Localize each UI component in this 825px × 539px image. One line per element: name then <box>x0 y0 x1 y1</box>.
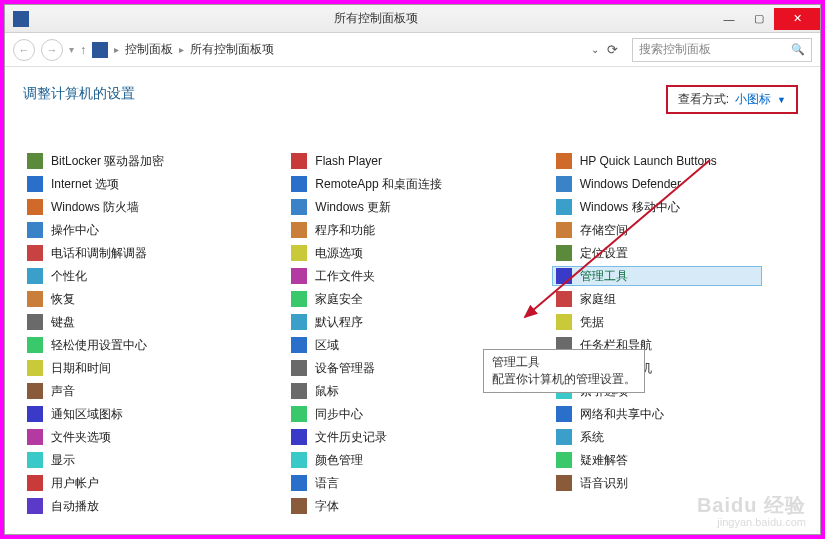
cp-item-display[interactable]: 显示 <box>23 450 269 470</box>
item-label: 设备管理器 <box>315 360 375 377</box>
cp-item-recovery[interactable]: 恢复 <box>23 289 269 309</box>
view-by-selector[interactable]: 查看方式: 小图标 ▼ <box>666 85 798 114</box>
history-dropdown-icon[interactable]: ▾ <box>69 44 74 55</box>
mouse-icon <box>291 383 307 399</box>
item-label: 管理工具 <box>580 268 628 285</box>
cp-item-personalization[interactable]: 个性化 <box>23 266 269 286</box>
cp-item-sync-center[interactable]: 同步中心 <box>287 404 533 424</box>
item-label: 用户帐户 <box>51 475 99 492</box>
item-label: 凭据 <box>580 314 604 331</box>
minimize-button[interactable]: — <box>714 8 744 30</box>
family-safety-icon <box>291 291 307 307</box>
view-by-value: 小图标 <box>735 91 771 108</box>
notification-area-icon <box>27 406 43 422</box>
address-dropdown-icon[interactable]: ⌄ <box>591 44 599 55</box>
region-icon <box>291 337 307 353</box>
cp-item-windows-firewall[interactable]: Windows 防火墙 <box>23 197 269 217</box>
cp-item-user-accounts[interactable]: 用户帐户 <box>23 473 269 493</box>
item-label: Windows 移动中心 <box>580 199 680 216</box>
cp-item-programs-features[interactable]: 程序和功能 <box>287 220 533 240</box>
cp-item-windows-defender[interactable]: Windows Defender <box>552 174 798 194</box>
search-placeholder: 搜索控制面板 <box>639 41 711 58</box>
cp-item-bitlocker[interactable]: BitLocker 驱动器加密 <box>23 151 269 171</box>
cp-item-ease-of-access[interactable]: 轻松使用设置中心 <box>23 335 269 355</box>
cp-item-default-programs[interactable]: 默认程序 <box>287 312 533 332</box>
breadcrumb-item-0[interactable]: 控制面板 <box>125 41 173 58</box>
phone-modem-icon <box>27 245 43 261</box>
ease-of-access-icon <box>27 337 43 353</box>
cp-item-file-history[interactable]: 文件历史记录 <box>287 427 533 447</box>
item-label: 疑难解答 <box>580 452 628 469</box>
chevron-right-icon: ▸ <box>114 44 119 55</box>
internet-options-icon <box>27 176 43 192</box>
titlebar: 所有控制面板项 — ▢ ✕ <box>5 5 820 33</box>
back-button[interactable]: ← <box>13 39 35 61</box>
cp-item-phone-modem[interactable]: 电话和调制解调器 <box>23 243 269 263</box>
cp-item-family-safety[interactable]: 家庭安全 <box>287 289 533 309</box>
item-label: 程序和功能 <box>315 222 375 239</box>
item-label: Flash Player <box>315 154 382 168</box>
chevron-right-icon: ▸ <box>179 44 184 55</box>
close-button[interactable]: ✕ <box>774 8 820 30</box>
cp-item-credential-manager[interactable]: 凭据 <box>552 312 798 332</box>
breadcrumb[interactable]: ▸ 控制面板 ▸ 所有控制面板项 <box>114 41 585 58</box>
cp-item-action-center[interactable]: 操作中心 <box>23 220 269 240</box>
cp-item-troubleshooting[interactable]: 疑难解答 <box>552 450 798 470</box>
cp-item-sound[interactable]: 声音 <box>23 381 269 401</box>
up-button[interactable]: ↑ <box>80 43 86 57</box>
cp-item-storage-spaces[interactable]: 存储空间 <box>552 220 798 240</box>
cp-item-network-sharing[interactable]: 网络和共享中心 <box>552 404 798 424</box>
fonts-icon <box>291 498 307 514</box>
windows-update-icon <box>291 199 307 215</box>
breadcrumb-item-1[interactable]: 所有控制面板项 <box>190 41 274 58</box>
cp-item-work-folders[interactable]: 工作文件夹 <box>287 266 533 286</box>
item-label: Windows Defender <box>580 177 681 191</box>
cp-item-notification-area[interactable]: 通知区域图标 <box>23 404 269 424</box>
cp-item-hp-quick-launch[interactable]: HP Quick Launch Buttons <box>552 151 798 171</box>
cp-item-fonts[interactable]: 字体 <box>287 496 533 516</box>
cp-item-windows-update[interactable]: Windows 更新 <box>287 197 533 217</box>
item-label: RemoteApp 和桌面连接 <box>315 176 442 193</box>
item-label: 颜色管理 <box>315 452 363 469</box>
cp-item-flash-player[interactable]: Flash Player <box>287 151 533 171</box>
cp-item-color-management[interactable]: 颜色管理 <box>287 450 533 470</box>
cp-item-folder-options[interactable]: 文件夹选项 <box>23 427 269 447</box>
cp-item-language[interactable]: 语言 <box>287 473 533 493</box>
keyboard-icon <box>27 314 43 330</box>
item-label: 文件历史记录 <box>315 429 387 446</box>
personalization-icon <box>27 268 43 284</box>
cp-item-power-options[interactable]: 电源选项 <box>287 243 533 263</box>
forward-button[interactable]: → <box>41 39 63 61</box>
search-icon: 🔍 <box>791 43 805 56</box>
item-label: 操作中心 <box>51 222 99 239</box>
refresh-button[interactable]: ⟳ <box>607 42 618 57</box>
cp-item-autoplay[interactable]: 自动播放 <box>23 496 269 516</box>
cp-item-speech-recognition[interactable]: 语音识别 <box>552 473 798 493</box>
content-area: 调整计算机的设置 查看方式: 小图标 ▼ BitLocker 驱动器加密Inte… <box>5 67 820 534</box>
address-icon <box>92 42 108 58</box>
item-label: 同步中心 <box>315 406 363 423</box>
cp-item-location-settings[interactable]: 定位设置 <box>552 243 798 263</box>
cp-item-system[interactable]: 系统 <box>552 427 798 447</box>
item-label: 键盘 <box>51 314 75 331</box>
work-folders-icon <box>291 268 307 284</box>
recovery-icon <box>27 291 43 307</box>
item-label: 个性化 <box>51 268 87 285</box>
sync-center-icon <box>291 406 307 422</box>
cp-item-admin-tools[interactable]: 管理工具 <box>552 266 762 286</box>
item-label: 存储空间 <box>580 222 628 239</box>
watermark-url: jingyan.baidu.com <box>697 516 806 528</box>
items-grid: BitLocker 驱动器加密Internet 选项Windows 防火墙操作中… <box>23 151 798 516</box>
search-input[interactable]: 搜索控制面板 🔍 <box>632 38 812 62</box>
cp-item-internet-options[interactable]: Internet 选项 <box>23 174 269 194</box>
storage-spaces-icon <box>556 222 572 238</box>
maximize-button[interactable]: ▢ <box>744 8 774 30</box>
cp-item-remoteapp[interactable]: RemoteApp 和桌面连接 <box>287 174 533 194</box>
autoplay-icon <box>27 498 43 514</box>
cp-item-windows-mobility[interactable]: Windows 移动中心 <box>552 197 798 217</box>
cp-item-date-time[interactable]: 日期和时间 <box>23 358 269 378</box>
hp-quick-launch-icon <box>556 153 572 169</box>
cp-item-keyboard[interactable]: 键盘 <box>23 312 269 332</box>
remoteapp-icon <box>291 176 307 192</box>
cp-item-homegroup[interactable]: 家庭组 <box>552 289 798 309</box>
